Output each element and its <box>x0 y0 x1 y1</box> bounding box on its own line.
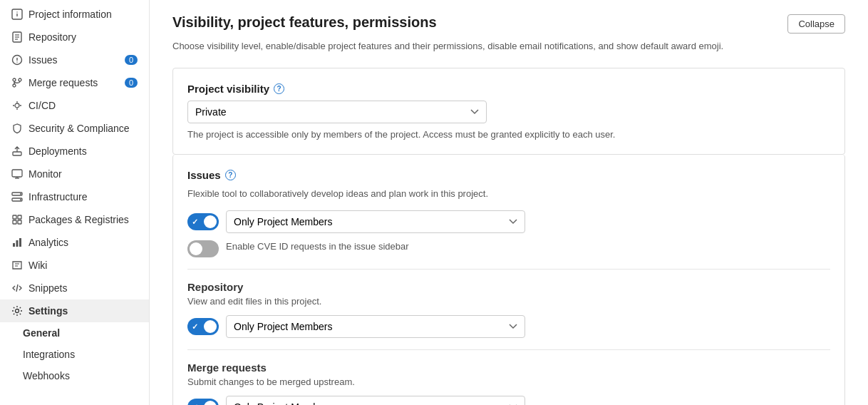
monitor-icon <box>11 168 23 180</box>
cve-toggle-row: ✓ Enable CVE ID requests in the issue si… <box>187 240 830 257</box>
svg-rect-23 <box>18 215 21 219</box>
infra-icon <box>11 191 23 202</box>
svg-point-13 <box>15 103 19 108</box>
sidebar-sub-item-webhooks[interactable]: Webhooks <box>0 365 149 386</box>
svg-point-2 <box>16 11 17 12</box>
sidebar-sub-label-general: General <box>23 327 60 339</box>
merge-requests-badge: 0 <box>125 78 138 88</box>
sidebar-item-settings[interactable]: Settings <box>0 299 149 322</box>
snippets-icon <box>11 282 23 294</box>
svg-rect-27 <box>16 240 19 247</box>
sidebar-label-repository: Repository <box>29 31 76 43</box>
sidebar-item-deployments[interactable]: Deployments <box>0 140 149 163</box>
merge-requests-section: Merge requests Submit changes to be merg… <box>187 349 830 405</box>
sidebar-label-merge-requests: Merge requests <box>29 77 98 88</box>
sidebar-item-analytics[interactable]: Analytics <box>0 231 149 254</box>
svg-rect-25 <box>18 220 21 224</box>
sidebar-item-issues[interactable]: Issues 0 <box>0 48 149 71</box>
repository-access-select[interactable]: Only Project Members Everyone With Acces… <box>226 315 525 338</box>
sidebar-item-monitor[interactable]: Monitor <box>0 163 149 185</box>
cve-toggle[interactable]: ✓ <box>187 240 219 257</box>
visibility-select[interactable]: Private Internal Public <box>187 101 487 123</box>
page-description: Choose visibility level, enable/disable … <box>172 39 845 53</box>
svg-rect-28 <box>19 238 21 247</box>
svg-rect-26 <box>13 243 15 247</box>
svg-point-10 <box>13 78 16 81</box>
visibility-info-text: The project is accessible only by member… <box>187 129 830 140</box>
issues-access-select[interactable]: Only Project Members Everyone With Acces… <box>226 210 525 233</box>
svg-line-31 <box>16 284 18 292</box>
svg-point-12 <box>19 78 21 81</box>
sidebar-item-packages-registries[interactable]: Packages & Registries <box>0 208 149 231</box>
sidebar-label-analytics: Analytics <box>29 237 68 248</box>
sidebar-item-merge-requests[interactable]: Merge requests 0 <box>0 71 149 94</box>
svg-point-20 <box>20 193 21 195</box>
project-visibility-section: Project visibility ? Private Internal Pu… <box>172 68 845 155</box>
svg-point-11 <box>13 84 16 87</box>
merge-requests-toggle-row: ✓ Only Project Members Everyone With Acc… <box>187 396 830 405</box>
svg-rect-22 <box>13 215 16 219</box>
cicd-icon <box>11 100 23 111</box>
repository-description: View and edit files in this project. <box>187 296 830 307</box>
svg-point-32 <box>16 309 19 313</box>
info-icon <box>11 9 23 20</box>
sidebar-label-cicd: CI/CD <box>29 100 56 111</box>
sidebar-label-infrastructure: Infrastructure <box>29 191 87 202</box>
sidebar-label-monitor: Monitor <box>29 168 62 180</box>
sidebar-label-project-information: Project information <box>29 9 112 20</box>
issues-badge: 0 <box>125 55 138 65</box>
wiki-icon <box>11 260 23 271</box>
merge-requests-description: Submit changes to be merged upstream. <box>187 376 830 387</box>
sidebar-item-security-compliance[interactable]: Security & Compliance <box>0 117 149 140</box>
sidebar-label-settings: Settings <box>29 305 68 317</box>
issues-description: Flexible tool to collaboratively develop… <box>187 187 830 201</box>
collapse-button[interactable]: Collapse <box>787 14 845 34</box>
repo-icon <box>11 31 23 43</box>
main-header: Visibility, project features, permission… <box>172 14 845 34</box>
issues-icon <box>11 54 23 66</box>
page-title: Visibility, project features, permission… <box>172 14 437 31</box>
sidebar-item-repository[interactable]: Repository <box>0 26 149 48</box>
issues-toggle[interactable]: ✓ <box>187 213 219 230</box>
merge-requests-toggle[interactable]: ✓ <box>187 399 219 405</box>
repository-title: Repository <box>187 281 830 293</box>
issues-section: Issues ? Flexible tool to collaborativel… <box>172 155 845 406</box>
visibility-help-icon[interactable]: ? <box>274 83 284 94</box>
sidebar: Project information Repository Issues 0 … <box>0 0 150 405</box>
sidebar-label-security-compliance: Security & Compliance <box>29 123 130 134</box>
main-content: Visibility, project features, permission… <box>150 0 868 405</box>
svg-rect-15 <box>12 170 22 177</box>
sidebar-label-packages-registries: Packages & Registries <box>29 214 129 225</box>
repository-toggle-row: ✓ Only Project Members Everyone With Acc… <box>187 315 830 338</box>
svg-point-21 <box>20 199 21 200</box>
issues-title: Issues ? <box>187 169 830 181</box>
merge-requests-title: Merge requests <box>187 362 830 374</box>
repository-section: Repository View and edit files in this p… <box>187 269 830 338</box>
sidebar-item-cicd[interactable]: CI/CD <box>0 94 149 117</box>
sidebar-sub-item-integrations[interactable]: Integrations <box>0 344 149 365</box>
merge-requests-access-select[interactable]: Only Project Members Everyone With Acces… <box>226 396 525 405</box>
sidebar-item-snippets[interactable]: Snippets <box>0 277 149 299</box>
sidebar-sub-item-general[interactable]: General <box>0 322 149 344</box>
svg-rect-14 <box>13 152 21 155</box>
repository-toggle[interactable]: ✓ <box>187 318 219 335</box>
sidebar-sub-label-integrations: Integrations <box>23 349 75 360</box>
sidebar-item-infrastructure[interactable]: Infrastructure <box>0 185 149 208</box>
svg-rect-24 <box>13 220 16 224</box>
analytics-icon <box>11 237 23 248</box>
packages-icon <box>11 214 23 225</box>
sidebar-label-deployments: Deployments <box>29 145 87 157</box>
issues-help-icon[interactable]: ? <box>225 170 236 180</box>
sidebar-item-wiki[interactable]: Wiki <box>0 254 149 277</box>
shield-icon <box>11 123 23 134</box>
divider2 <box>187 349 830 350</box>
visibility-title: Project visibility ? <box>187 83 830 95</box>
sidebar-label-wiki: Wiki <box>29 260 47 271</box>
sidebar-item-project-information[interactable]: Project information <box>0 3 149 26</box>
settings-icon <box>11 305 23 317</box>
divider <box>187 269 830 270</box>
issues-toggle-row: ✓ Only Project Members Everyone With Acc… <box>187 210 830 233</box>
svg-point-9 <box>16 61 17 62</box>
cve-label: Enable CVE ID requests in the issue side… <box>226 241 409 252</box>
deploy-icon <box>11 145 23 157</box>
